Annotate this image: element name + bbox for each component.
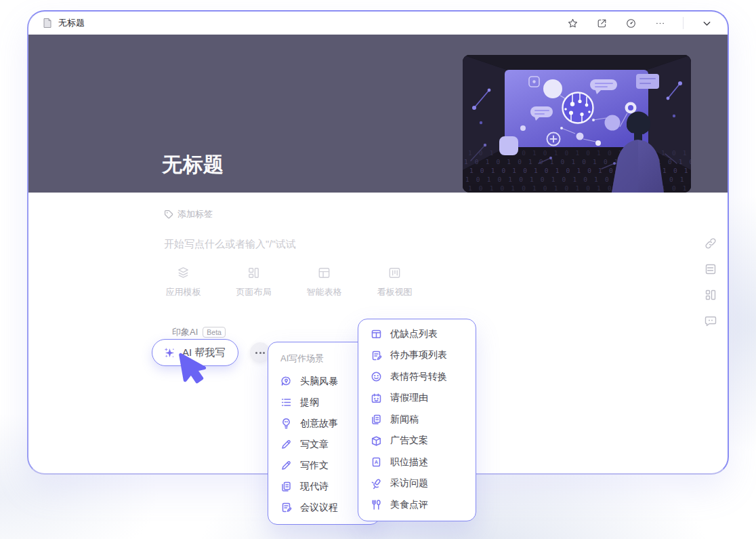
microphone-icon [371,478,382,490]
star-icon[interactable] [566,17,579,29]
menu-item-label: 美食点评 [390,499,428,511]
menu-item-label: 现代诗 [300,481,329,493]
menu-item-food-review[interactable]: 美食点评 [358,494,476,516]
ai-brand-label: 印象AI [172,326,198,338]
quick-action-label: 应用模板 [166,286,201,298]
share-icon[interactable] [595,17,608,29]
quick-action-label: 智能表格 [307,286,342,298]
agenda-icon [280,502,292,513]
outline-icon [280,397,292,408]
ai-sparkle-icon [163,346,177,360]
history-icon[interactable] [625,17,637,29]
menu-item-job-description[interactable]: A 职位描述 [358,452,476,473]
menu-item-label: 新闻稿 [390,414,419,426]
comment-icon[interactable] [705,315,717,327]
package-icon [371,435,382,447]
calendar-icon [371,393,382,404]
menu-item-emoji-convert[interactable]: 表情符号转换 [358,366,476,388]
quick-actions: 应用模板 页面布局 智能表格 看板视图 [164,266,414,298]
titlebar-divider [683,17,684,29]
more-icon[interactable] [654,17,666,29]
menu-item-label: 创意故事 [300,418,338,430]
menu-item-label: 提纲 [300,397,319,409]
menu-item-press-release[interactable]: 新闻稿 [358,409,476,431]
poetry-icon [280,481,292,492]
menu-item-label: 请假理由 [390,392,428,404]
menu-item-ad-copy[interactable]: 广告文案 [358,431,476,452]
menu-item-label: 采访问题 [390,477,428,490]
todo-icon [371,350,382,361]
tag-icon [164,209,173,219]
quick-action-label: 看板视图 [377,286,413,298]
menu-item-label: 头脑风暴 [300,376,338,388]
menu-item-pros-cons[interactable]: 优缺点列表 [358,323,476,345]
editor-placeholder[interactable]: 开始写点什么或者输入"/"试试 [164,238,296,251]
add-tag-button[interactable]: 添加标签 [164,208,213,220]
kanban-icon [387,266,402,280]
quick-action-label: 页面布局 [236,286,272,298]
emoji-icon [371,371,382,382]
quick-action-kanban[interactable]: 看板视图 [375,266,414,298]
menu-item-label: 会议议程 [300,502,338,514]
menu-item-label: 职位描述 [390,456,428,468]
header-illustration: 1 0 1 0 1 0 1 0 1 0 1 0 1 0 1 0 1 0 1 0 … [463,55,691,193]
titlebar-actions [566,17,713,29]
ai-write-button[interactable]: AI 帮我写 [152,339,238,366]
doc-title: 无标题 [58,17,85,29]
quick-action-smart-table[interactable]: 智能表格 [305,266,343,298]
beta-badge: Beta [203,327,226,338]
pen-icon [280,460,292,471]
menu-item-label: 待办事项列表 [390,349,447,361]
pros-cons-icon [371,328,382,340]
svg-text:A: A [375,459,379,465]
idea-icon [280,418,292,429]
menu-item-label: 写文章 [300,439,329,451]
ai-write-label: AI 帮我写 [182,346,225,359]
ai-brand-row: 印象AI Beta [172,326,226,338]
menu-item-label: 表情符号转换 [390,371,447,383]
template-icon [176,266,190,280]
menu-item-todo-list[interactable]: 待办事项列表 [358,345,476,367]
link-icon[interactable] [705,237,717,249]
collapse-icon[interactable] [700,17,713,29]
right-rail [705,237,717,327]
add-tag-label: 添加标签 [177,208,213,220]
smart-table-icon [317,266,331,280]
menu-item-label: 优缺点列表 [390,328,438,340]
ai-row: AI 帮我写 [152,339,270,366]
quick-action-template[interactable]: 应用模板 [164,266,203,298]
titlebar: 无标题 [28,12,728,35]
menu-item-label: 写作文 [300,460,329,472]
ai-usecase-menu: 优缺点列表 待办事项列表 表情符号转换 请假理由 新闻稿 广告文案 A 职位描述… [358,319,476,521]
menu-item-label: 广告文案 [390,435,428,447]
menu-item-interview-questions[interactable]: 采访问题 [358,473,476,495]
menu-item-leave-excuse[interactable]: 请假理由 [358,388,476,410]
layout-icon [247,266,261,280]
brainstorm-icon [280,376,292,387]
document-icon [42,18,53,28]
pen-icon [280,439,292,450]
food-icon [371,499,382,511]
note-header-banner: 无标题 1 0 1 0 1 0 1 0 1 0 1 [28,35,728,193]
job-icon: A [371,456,382,468]
quick-action-layout[interactable]: 页面布局 [234,266,273,298]
note-title[interactable]: 无标题 [162,151,224,179]
outline-list-icon[interactable] [705,263,717,275]
board-layout-icon[interactable] [705,289,717,301]
news-icon [371,414,382,425]
